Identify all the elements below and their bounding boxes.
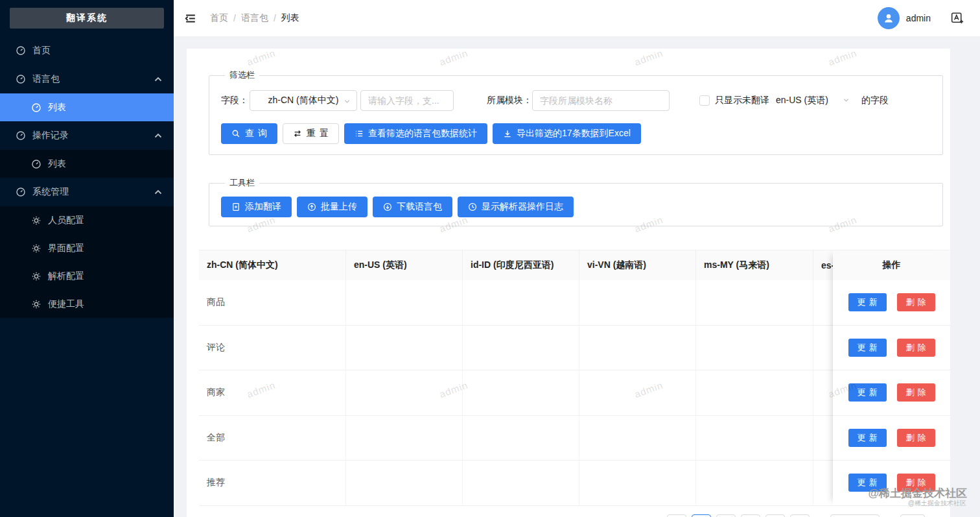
sidebar-item-operation-log-list[interactable]: 列表 <box>0 150 174 178</box>
module-input[interactable] <box>532 90 670 111</box>
action-cell: 更新删除 <box>833 326 950 371</box>
action-cell: 更新删除 <box>833 280 950 326</box>
dashboard-icon <box>16 187 26 197</box>
table-cell: 推荐 <box>199 461 346 505</box>
sidebar-item-label: 界面配置 <box>48 243 84 254</box>
field-language-select[interactable]: zh-CN (简体中文) <box>250 90 357 111</box>
sidebar-item-parser-config[interactable]: 解析配置 <box>0 262 174 290</box>
batch-upload-button[interactable]: 批量上传 <box>297 197 368 217</box>
page-button[interactable] <box>716 514 736 517</box>
reset-button[interactable]: 重置 <box>283 123 339 144</box>
upload-icon <box>307 202 316 211</box>
gear-icon <box>31 299 41 309</box>
table-cell <box>463 280 579 325</box>
language-pack-table: zh-CN (简体中文)en-US (英语)id-ID (印度尼西亚语)vi-V… <box>199 250 950 506</box>
sidebar-group-language-pack[interactable]: 语言包 <box>0 65 174 93</box>
action-cell: 更新删除 <box>833 370 950 416</box>
breadcrumb-current: 列表 <box>281 12 299 24</box>
field-keyword-input[interactable] <box>360 90 454 111</box>
sidebar-item-language-pack-list[interactable]: 列表 <box>0 93 174 121</box>
page-jump-input[interactable] <box>900 514 925 517</box>
sidebar-item-label: 语言包 <box>32 73 60 85</box>
breadcrumb-separator: / <box>233 13 236 23</box>
dashboard-icon <box>16 45 26 56</box>
table-cell <box>463 326 579 370</box>
update-button[interactable]: 更新 <box>848 339 887 357</box>
sidebar-item-ui-config[interactable]: 界面配置 <box>0 234 174 262</box>
sidebar-item-staff-config[interactable]: 人员配置 <box>0 206 174 234</box>
sidebar-group-operation-log[interactable]: 操作记录 <box>0 121 174 150</box>
filter-panel: 筛选栏 字段： zh-CN (简体中文) 所属模块： 只显示未翻译 <box>209 69 943 155</box>
update-button[interactable]: 更新 <box>848 429 887 447</box>
untranslated-language-value: en-US (英语) <box>776 95 828 106</box>
action-column-header: 操作 <box>833 250 950 280</box>
delete-button[interactable]: 删除 <box>897 383 935 402</box>
table-cell <box>346 416 463 461</box>
action-cell: 更新删除 <box>833 461 950 506</box>
app-title: 翻译系统 <box>10 8 164 29</box>
sidebar-submenu-operation-log: 列表 <box>0 150 174 178</box>
delete-button[interactable]: 删除 <box>897 339 935 357</box>
user-avatar[interactable] <box>878 7 900 29</box>
chevron-down-icon <box>843 95 850 106</box>
gear-icon <box>31 271 41 282</box>
topbar: 首页 / 语言包 / 列表 admin <box>174 0 980 37</box>
page-button[interactable] <box>741 514 760 517</box>
table-cell <box>463 461 579 505</box>
sidebar-item-label: 便捷工具 <box>48 298 84 310</box>
gear-icon <box>31 243 41 254</box>
translate-icon[interactable] <box>950 11 964 25</box>
export-button-label: 导出筛选的17条数据到Excel <box>517 128 631 139</box>
page-content: 筛选栏 字段： zh-CN (简体中文) 所属模块： 只显示未翻译 <box>174 37 980 517</box>
delete-button[interactable]: 删除 <box>897 429 935 447</box>
action-cell: 更新删除 <box>833 416 950 461</box>
column-header: zh-CN (简体中文) <box>199 250 346 280</box>
filter-row: 字段： zh-CN (简体中文) 所属模块： 只显示未翻译 en-US (英语) <box>221 90 931 111</box>
table-cell <box>579 280 696 325</box>
chevron-down-icon <box>344 97 351 107</box>
pagination-pages <box>667 514 810 517</box>
page-button[interactable] <box>765 514 785 517</box>
export-excel-button[interactable]: 导出筛选的17条数据到Excel <box>493 123 641 144</box>
update-button[interactable]: 更新 <box>848 293 887 311</box>
user-icon <box>882 12 895 25</box>
breadcrumb-home[interactable]: 首页 <box>210 12 228 24</box>
query-button[interactable]: 查询 <box>221 123 277 144</box>
page-button[interactable] <box>692 514 711 517</box>
update-button[interactable]: 更新 <box>848 383 887 402</box>
breadcrumb-language-pack[interactable]: 语言包 <box>241 12 268 24</box>
dashboard-icon <box>16 130 26 141</box>
sidebar-item-label: 人员配置 <box>48 215 84 226</box>
table-cell: 商家 <box>199 370 346 415</box>
page-button[interactable] <box>790 514 810 517</box>
delete-button[interactable]: 删除 <box>897 293 935 311</box>
add-translation-button[interactable]: 添加翻译 <box>221 197 292 217</box>
page-button[interactable] <box>667 514 686 517</box>
table-cell: 评论 <box>199 326 346 370</box>
table-cell <box>696 370 813 415</box>
dashboard-icon <box>31 102 41 113</box>
update-button[interactable]: 更新 <box>848 474 887 492</box>
download-langpack-button[interactable]: 下载语言包 <box>373 197 452 217</box>
chevron-up-icon <box>153 130 163 141</box>
menu-fold-icon[interactable] <box>183 12 196 25</box>
untranslated-language-select[interactable]: en-US (英语) <box>776 95 850 106</box>
stats-button[interactable]: 查看筛选的语言包数据统计 <box>344 123 487 144</box>
chevron-up-icon <box>153 187 163 197</box>
table-cell <box>696 326 813 370</box>
page-size-select[interactable] <box>830 514 880 517</box>
show-parser-log-button[interactable]: 显示解析器操作日志 <box>458 197 574 217</box>
sidebar: 翻译系统 首页 语言包 列表 操作记录 <box>0 0 174 517</box>
table-cell <box>346 370 463 415</box>
breadcrumb-separator: / <box>274 13 276 23</box>
sidebar-item-quick-tools[interactable]: 便捷工具 <box>0 290 174 318</box>
table-cell <box>346 461 463 505</box>
delete-button[interactable]: 删除 <box>897 474 935 492</box>
sidebar-submenu-language-pack: 列表 <box>0 93 174 121</box>
sidebar-group-system-management[interactable]: 系统管理 <box>0 178 174 206</box>
sidebar-item-home[interactable]: 首页 <box>0 36 174 65</box>
column-header: vi-VN (越南语) <box>579 250 696 280</box>
untranslated-checkbox[interactable] <box>699 95 710 106</box>
column-header: en-US (英语) <box>346 250 463 280</box>
untranslated-checkbox-label: 只显示未翻译 <box>715 95 769 106</box>
